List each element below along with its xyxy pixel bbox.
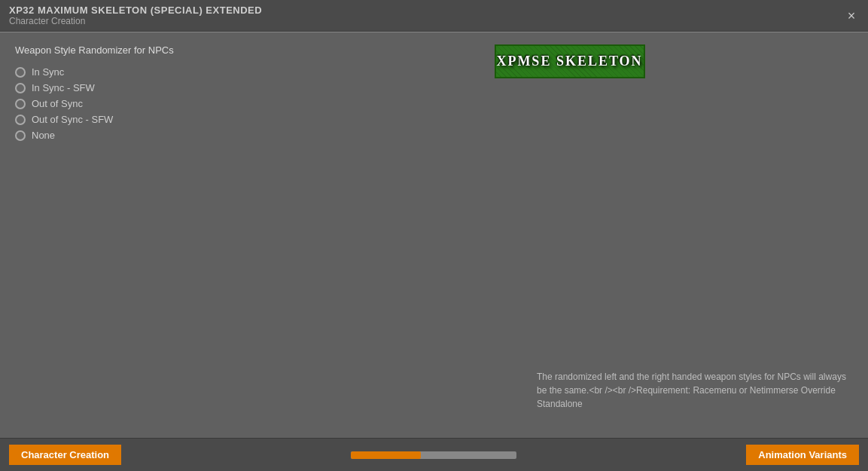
- radio-label-out-of-sync-sfw: Out of Sync - SFW: [32, 114, 113, 125]
- section-title: Weapon Style Randomizer for NPCs: [15, 44, 271, 56]
- radio-item-in-sync-sfw[interactable]: In Sync - SFW: [15, 82, 271, 93]
- right-panel: XPMSE SKELETON The randomized left and t…: [271, 44, 853, 426]
- left-panel: Weapon Style Randomizer for NPCs In Sync…: [15, 44, 271, 426]
- animation-variants-button[interactable]: Animation Variants: [746, 445, 859, 465]
- radio-label-out-of-sync: Out of Sync: [32, 98, 83, 109]
- description-text: The randomized left and the right handed…: [537, 370, 853, 411]
- radio-label-in-sync: In Sync: [32, 66, 64, 78]
- radio-item-none[interactable]: None: [15, 130, 271, 141]
- close-button[interactable]: ×: [844, 8, 859, 23]
- logo-banner: XPMSE SKELETON: [495, 44, 645, 78]
- footer: Character Creation Animation Variants: [0, 438, 868, 471]
- radio-item-out-of-sync[interactable]: Out of Sync: [15, 98, 271, 109]
- title-bar-left: XP32 MAXIMUM SKELETON (SPECIAL) EXTENDED…: [9, 5, 262, 26]
- radio-circle-none: [15, 130, 26, 141]
- radio-circle-in-sync-sfw: [15, 83, 26, 93]
- main-window: XP32 MAXIMUM SKELETON (SPECIAL) EXTENDED…: [0, 0, 868, 471]
- radio-label-in-sync-sfw: In Sync - SFW: [32, 82, 95, 93]
- content-area: Weapon Style Randomizer for NPCs In Sync…: [0, 32, 868, 438]
- progress-track: [351, 451, 516, 459]
- radio-label-none: None: [32, 130, 55, 141]
- radio-circle-in-sync: [15, 67, 26, 78]
- radio-item-out-of-sync-sfw[interactable]: Out of Sync - SFW: [15, 114, 271, 125]
- radio-circle-out-of-sync: [15, 99, 26, 109]
- progress-container: [121, 451, 746, 459]
- radio-group: In Sync In Sync - SFW Out of Sync Out of…: [15, 66, 271, 141]
- window-title: XP32 MAXIMUM SKELETON (SPECIAL) EXTENDED: [9, 5, 262, 16]
- logo-text: XPMSE SKELETON: [496, 54, 642, 69]
- character-creation-button[interactable]: Character Creation: [9, 445, 121, 465]
- window-subtitle: Character Creation: [9, 16, 262, 26]
- radio-circle-out-of-sync-sfw: [15, 115, 26, 125]
- radio-item-in-sync[interactable]: In Sync: [15, 66, 271, 78]
- title-bar: XP32 MAXIMUM SKELETON (SPECIAL) EXTENDED…: [0, 0, 868, 32]
- progress-fill: [351, 451, 420, 459]
